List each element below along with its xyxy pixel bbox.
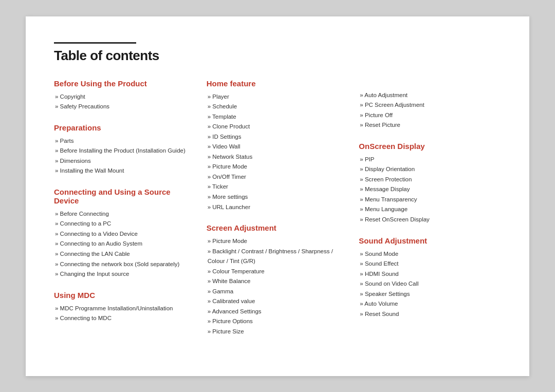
list-item: Menu Transparency [359,195,501,205]
list-item: Connecting to an Audio System [54,239,196,249]
section-items-1-1: Picture ModeBacklight / Contrast / Brigh… [207,236,349,337]
list-item: Picture Mode [207,236,349,247]
page-title: Table of contents [54,48,501,64]
list-item: Changing the Input source [54,269,196,279]
title-bar [54,42,136,44]
list-item: On/Off Timer [207,172,349,182]
list-item: Player [207,92,349,102]
toc-columns: Before Using the ProductCopyrightSafety … [54,79,501,342]
column-3: Auto AdjustmentPC Screen AdjustmentPictu… [359,79,501,342]
list-item: MDC Programme Installation/Uninstallatio… [54,304,196,314]
list-item: Connecting to a PC [54,219,196,229]
section-heading-2-1: OnScreen Display [359,142,501,151]
list-item: More settings [207,192,349,202]
list-item: Calibrated value [207,296,349,307]
column-2: Home featurePlayerScheduleTemplateClone … [207,79,349,342]
list-item: Picture Options [207,316,349,327]
list-item: Connecting to MDC [54,313,196,324]
column-1: Before Using the ProductCopyrightSafety … [54,79,196,342]
list-item: Sound Mode [359,249,501,259]
list-item: Colour Temperature [207,267,349,277]
section-items-0-3: MDC Programme Installation/Uninstallatio… [54,304,196,324]
list-item: Connecting the LAN Cable [54,249,196,259]
list-item: Connecting the network box (Sold separat… [54,259,196,270]
list-item: White Balance [207,276,349,287]
list-item: Dimensions [54,156,196,166]
list-item: Template [207,112,349,122]
list-item: Connecting to a Video Device [54,229,196,239]
list-item: Menu Language [359,204,501,215]
list-item: Safety Precautions [54,102,196,112]
page: Table of contents Before Using the Produ… [26,16,529,376]
section-items-0-1: PartsBefore Installing the Product (Inst… [54,136,196,176]
list-item: Picture Size [207,327,349,337]
list-item: Picture Mode [207,162,349,172]
list-item: PC Screen Adjustment [359,100,501,110]
section-items-2-0: Auto AdjustmentPC Screen AdjustmentPictu… [359,90,501,130]
section-items-1-0: PlayerScheduleTemplateClone ProductID Se… [207,92,349,213]
section-heading-1-1: Screen Adjustment [207,223,349,232]
section-items-0-2: Before ConnectingConnecting to a PCConne… [54,209,196,279]
list-item: Reset Picture [359,120,501,130]
list-item: PIP [359,155,501,165]
list-item: Advanced Settings [207,307,349,317]
section-heading-0-2: Connecting and Using a Source Device [54,188,196,205]
section-items-2-1: PIPDisplay OrientationScreen ProtectionM… [359,155,501,225]
list-item: Auto Volume [359,299,501,309]
list-item: HDMI Sound [359,269,501,279]
list-item: Parts [54,136,196,146]
list-item: Reset Sound [359,309,501,320]
section-heading-0-0: Before Using the Product [54,79,196,88]
list-item: Clone Product [207,122,349,132]
section-heading-1-0: Home feature [207,79,349,88]
list-item: Message Display [359,184,501,195]
list-item: Schedule [207,102,349,112]
list-item: Gamma [207,287,349,297]
list-item: Backlight / Contrast / Brightness / Shar… [207,247,349,267]
list-item: Before Connecting [54,209,196,219]
list-item: Picture Off [359,110,501,121]
section-items-0-0: CopyrightSafety Precautions [54,92,196,112]
section-heading-2-2: Sound Adjustment [359,236,501,245]
list-item: Reset OnScreen Display [359,215,501,225]
list-item: Network Status [207,152,349,162]
list-item: Sound on Video Call [359,279,501,289]
list-item: Sound Effect [359,259,501,269]
list-item: ID Settings [207,132,349,142]
list-item: Copyright [54,92,196,102]
section-items-2-2: Sound ModeSound EffectHDMI SoundSound on… [359,249,501,320]
list-item: Auto Adjustment [359,90,501,101]
list-item: Speaker Settings [359,289,501,300]
list-item: URL Launcher [207,202,349,213]
list-item: Ticker [207,182,349,192]
list-item: Installing the Wall Mount [54,166,196,176]
section-heading-0-1: Preparations [54,123,196,132]
list-item: Screen Protection [359,175,501,185]
section-heading-0-3: Using MDC [54,291,196,300]
list-item: Video Wall [207,142,349,152]
list-item: Before Installing the Product (Installat… [54,146,196,156]
list-item: Display Orientation [359,164,501,175]
